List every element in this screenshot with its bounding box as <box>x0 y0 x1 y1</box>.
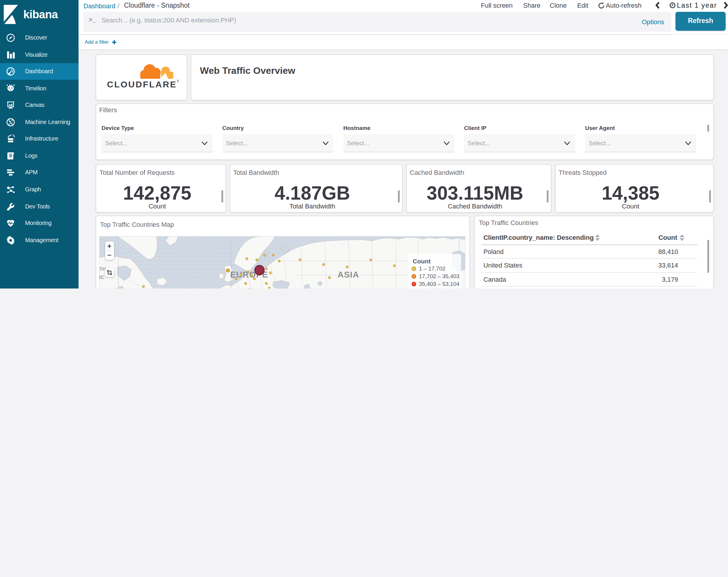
svg-text:TH: TH <box>99 266 106 272</box>
svg-text:ASIA: ASIA <box>337 270 359 279</box>
svg-text:IC: IC <box>99 275 104 280</box>
